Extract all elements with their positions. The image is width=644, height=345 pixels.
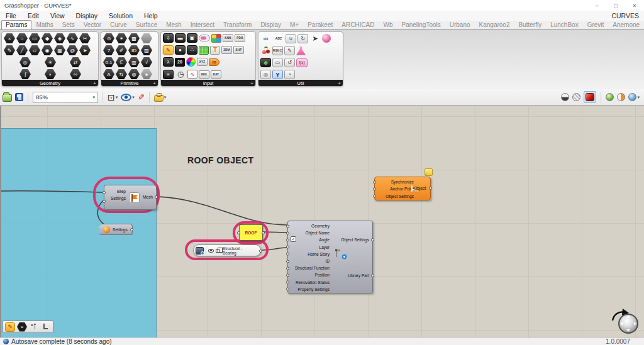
menu-file[interactable]: File bbox=[0, 12, 22, 19]
tab-panelingtools[interactable]: PanelingTools bbox=[397, 20, 445, 30]
clock-icon[interactable]: ◷ bbox=[175, 69, 186, 79]
tab-sets[interactable]: Sets bbox=[58, 20, 79, 30]
zoom-select[interactable]: 85% ▾ bbox=[33, 92, 98, 103]
wireframe-preview-button[interactable] bbox=[572, 93, 580, 101]
exchange-icon[interactable]: ⇄ bbox=[70, 57, 81, 67]
object-settings-output-grip[interactable] bbox=[371, 238, 374, 241]
number-icon[interactable]: 0.1 bbox=[103, 57, 114, 67]
layer-value-list[interactable]: Structural - Bearing bbox=[193, 244, 261, 256]
panel-icon[interactable]: ≡ bbox=[163, 70, 174, 79]
navigation-ball[interactable] bbox=[618, 314, 638, 334]
shader-icon[interactable]: ▨ bbox=[141, 45, 152, 55]
trigger-icon[interactable]: ↺ bbox=[284, 58, 295, 67]
complex-icon[interactable]: ℂ bbox=[116, 57, 127, 67]
menu-edit[interactable]: Edit bbox=[22, 12, 45, 19]
tab-transform[interactable]: Transform bbox=[219, 20, 256, 30]
badge-shp[interactable]: SHP bbox=[233, 46, 244, 54]
timer-icon[interactable]: ◔ bbox=[284, 70, 295, 79]
minimize-button[interactable]: – bbox=[587, 0, 606, 11]
tab-mesh[interactable]: Mesh bbox=[162, 20, 186, 30]
interval-icon[interactable]: ⇆ bbox=[116, 69, 127, 79]
blue-preview-button[interactable]: ▾ bbox=[628, 93, 640, 101]
wire-mesh-to-geometry[interactable] bbox=[158, 197, 287, 225]
md-slider-icon[interactable]: ∴ bbox=[187, 45, 197, 55]
tab-m-[interactable]: M+ bbox=[286, 20, 303, 30]
knob-badge[interactable]: KNB bbox=[223, 34, 233, 42]
root-icon[interactable]: √ bbox=[141, 57, 152, 67]
data-output-icon[interactable]: ➤ bbox=[309, 33, 321, 43]
object-node-input-grip-object-name[interactable] bbox=[286, 231, 289, 234]
relay-icon[interactable]: Y bbox=[272, 70, 283, 79]
panel-expand-icon[interactable]: + bbox=[153, 80, 156, 86]
scissors-icon[interactable]: ✂ bbox=[79, 33, 91, 43]
object-node-input-grip-renovation-status[interactable] bbox=[286, 281, 289, 284]
panel-label-input[interactable]: Input+ bbox=[161, 80, 255, 86]
tab-archicad[interactable]: ARCHICAD bbox=[337, 20, 379, 30]
tab-maths[interactable]: Maths bbox=[31, 20, 57, 30]
settings-input-grip[interactable] bbox=[103, 200, 106, 203]
tab-intersect[interactable]: Intersect bbox=[186, 20, 219, 30]
spiral-icon[interactable]: @ bbox=[67, 45, 78, 55]
grid-icon[interactable]: ▩ bbox=[128, 33, 140, 43]
circle-icon[interactable]: ○ bbox=[16, 33, 28, 43]
tab-curve[interactable]: Curve bbox=[106, 20, 131, 30]
tab-display[interactable]: Display bbox=[256, 20, 286, 30]
cancel-hex-icon[interactable]: × bbox=[17, 322, 27, 332]
mesh-icon[interactable]: ▦ bbox=[54, 45, 65, 55]
chair-icon[interactable] bbox=[41, 322, 51, 332]
person-flag-icon[interactable] bbox=[29, 322, 39, 332]
data-recorder-icon[interactable]: ↻ bbox=[297, 34, 308, 43]
panel-label-util[interactable]: Util+ bbox=[258, 80, 343, 86]
object-output-grip[interactable] bbox=[429, 187, 432, 190]
digit-scroller-icon[interactable]: 20 bbox=[175, 58, 185, 67]
mesh-output-grip[interactable] bbox=[155, 195, 158, 199]
brep-input-grip[interactable] bbox=[103, 191, 106, 194]
jump-icon[interactable]: ∪ bbox=[286, 34, 296, 43]
no-preview-button[interactable] bbox=[561, 93, 569, 101]
panel-expand-icon[interactable]: + bbox=[93, 80, 96, 86]
panel-output-grip[interactable] bbox=[262, 231, 265, 234]
badge-img[interactable]: IMG bbox=[199, 70, 209, 79]
galapagos-icon[interactable] bbox=[260, 46, 271, 55]
tab-butterfly[interactable]: Butterfly bbox=[514, 20, 546, 30]
panel-input-grip[interactable] bbox=[237, 231, 240, 234]
tab-anemone[interactable]: Anemone bbox=[608, 20, 644, 30]
integer-icon[interactable]: 7 bbox=[103, 45, 114, 55]
fitness-icon[interactable] bbox=[296, 47, 306, 55]
mesh-settings-node[interactable]: Settings bbox=[97, 224, 133, 235]
badge-3dm[interactable]: 3DM bbox=[221, 46, 232, 54]
import-button[interactable]: ⇩ bbox=[163, 33, 174, 43]
zoom-extents-button[interactable]: ⊡ ▾ bbox=[108, 92, 118, 102]
sketch-pen-icon[interactable]: ✎ bbox=[138, 92, 145, 102]
scribble-icon[interactable]: ABC bbox=[273, 33, 284, 43]
snowflake-icon[interactable]: ✳ bbox=[45, 57, 56, 67]
fx-icon[interactable]: f(x) bbox=[296, 58, 308, 67]
pencil-icon[interactable]: ✎ bbox=[4, 45, 15, 55]
id-tag-icon[interactable]: ID bbox=[209, 58, 219, 66]
roof-text-panel[interactable]: ROOF bbox=[239, 224, 263, 241]
id-icon[interactable]: ID bbox=[128, 45, 140, 55]
mesh-brep-node[interactable]: BrepSettings Mesh bbox=[104, 185, 157, 210]
circle-button[interactable]: ● bbox=[175, 45, 186, 55]
rectangle-icon[interactable]: ▭ bbox=[29, 33, 40, 43]
panel-label-geometry[interactable]: Geometry+ bbox=[2, 80, 98, 86]
cross-icon[interactable]: × bbox=[4, 33, 15, 43]
line-icon[interactable]: ╱ bbox=[16, 45, 28, 55]
sync-node-input-grip-synchronize[interactable] bbox=[373, 180, 376, 183]
panel-expand-icon[interactable]: + bbox=[250, 80, 253, 86]
text-tag-icon[interactable]: T bbox=[210, 46, 220, 55]
custom-preview-button[interactable] bbox=[606, 93, 614, 101]
open-file-icon[interactable] bbox=[3, 94, 12, 102]
object-node-input-grip-position[interactable] bbox=[286, 273, 289, 277]
sync-object-node[interactable]: SynchronizeAnchor PointObject Settings O… bbox=[374, 177, 431, 200]
sketch-button[interactable]: ✎ bbox=[163, 45, 174, 55]
tab-wb[interactable]: Wb bbox=[379, 20, 397, 30]
close-button[interactable]: × bbox=[625, 0, 644, 11]
cassette-badge[interactable]: DAT bbox=[211, 70, 221, 79]
player-icon[interactable]: λ bbox=[163, 57, 174, 67]
sphere-icon[interactable]: ◉ bbox=[42, 45, 53, 55]
tree-icon[interactable]: ♣ bbox=[260, 58, 271, 67]
tab-vector[interactable]: Vector bbox=[79, 20, 106, 30]
toggle-icon[interactable]: ▬ bbox=[175, 33, 186, 43]
paint-bucket-button[interactable]: ▾ bbox=[154, 93, 167, 102]
